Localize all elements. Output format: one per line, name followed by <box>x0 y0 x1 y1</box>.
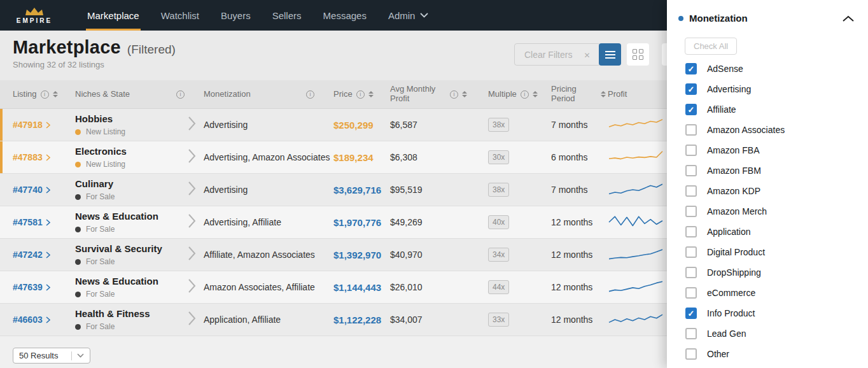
column-header-price[interactable]: Price <box>332 90 388 99</box>
grid-view-button[interactable] <box>627 43 649 66</box>
multiple-cell: 33x <box>484 313 546 327</box>
state-dot <box>75 129 81 135</box>
pricing-period-cell: 12 months <box>546 282 606 292</box>
avg-monthly-profit-cell: $34,007 <box>388 315 484 325</box>
avg-monthly-profit-cell: $95,519 <box>388 185 484 195</box>
info-icon[interactable] <box>306 90 314 99</box>
expand-row-chevron-icon[interactable] <box>188 148 196 166</box>
chevron-right-icon <box>46 251 50 258</box>
nav-item-buyers[interactable]: Buyers <box>210 0 262 31</box>
column-header-pricing-period[interactable]: Pricing Period <box>546 85 606 104</box>
table-row[interactable]: #47883ElectronicsNew ListingAdvertising,… <box>0 141 700 174</box>
filter-option: Amazon FBM <box>667 160 868 181</box>
info-icon[interactable] <box>176 90 185 99</box>
info-icon[interactable] <box>356 90 365 99</box>
sort-icon[interactable] <box>462 91 467 97</box>
listings-count: Showing 32 of 32 listings <box>13 60 104 69</box>
table-header: ListingNiches & StateMonetizationPriceAv… <box>0 80 700 109</box>
listing-id-link[interactable]: #47639 <box>0 282 64 292</box>
expand-row-chevron-icon[interactable] <box>188 311 196 329</box>
checkbox-affiliate[interactable] <box>685 104 697 115</box>
sort-icon[interactable] <box>53 91 58 97</box>
listing-id-link[interactable]: #47918 <box>0 120 64 130</box>
listing-id: #47639 <box>13 282 43 292</box>
listing-state: For Sale <box>75 257 181 266</box>
table-row[interactable]: #47740CulinaryFor SaleAdvertising$3,629,… <box>0 174 700 206</box>
sort-icon[interactable] <box>368 91 374 97</box>
sort-icon[interactable] <box>533 91 538 97</box>
listing-id-link[interactable]: #47883 <box>0 152 64 162</box>
checkbox-ecommerce[interactable] <box>685 287 697 299</box>
results-per-page-select[interactable]: 50 Results <box>13 348 90 364</box>
listing-id-link[interactable]: #47740 <box>0 185 64 195</box>
nav-item-messages[interactable]: Messages <box>312 0 377 31</box>
table-row[interactable]: #46603Health & FitnessFor SaleApplicatio… <box>0 304 700 336</box>
checkbox-amazon-fba[interactable] <box>685 145 697 156</box>
price-cell: $250,299 <box>332 120 388 131</box>
avg-monthly-profit-cell: $6,308 <box>388 152 484 162</box>
niche-name: Culinary <box>75 178 181 189</box>
expand-row-chevron-icon[interactable] <box>188 116 196 134</box>
checkbox-amazon-associates[interactable] <box>685 124 697 136</box>
checkbox-amazon-kdp[interactable] <box>685 185 697 197</box>
marketplace-app: EMPIRE MarketplaceWatchlistBuyersSellers… <box>0 0 868 368</box>
table-row[interactable]: #47581News & EducationFor SaleAdvertisin… <box>0 206 700 239</box>
niche-name: News & Education <box>75 211 181 222</box>
table-row[interactable]: #47639News & EducationFor SaleAmazon Ass… <box>0 271 700 304</box>
expand-row-chevron-icon[interactable] <box>188 213 196 231</box>
checkbox-other[interactable] <box>685 348 697 360</box>
sort-icon[interactable] <box>601 91 606 97</box>
monetization-cell: Advertising <box>202 185 332 195</box>
price-cell: $1,970,776 <box>332 217 388 228</box>
filter-option: Digital Product <box>667 242 868 262</box>
filter-option-label: AdSense <box>707 64 743 74</box>
state-label: For Sale <box>86 192 115 201</box>
table-row[interactable]: #47918HobbiesNew ListingAdvertising$250,… <box>0 109 700 141</box>
nav-item-admin[interactable]: Admin <box>377 0 440 31</box>
empire-flippers-logo[interactable]: EMPIRE <box>0 0 69 31</box>
checkbox-amazon-merch[interactable] <box>685 206 697 217</box>
expand-row-chevron-icon[interactable] <box>188 246 196 264</box>
column-header-multiple[interactable]: Multiple <box>484 90 546 99</box>
column-header-listing[interactable]: Listing <box>0 90 64 99</box>
state-dot <box>75 292 81 297</box>
checkbox-lead-gen[interactable] <box>685 328 697 339</box>
niche-cell: ElectronicsNew Listing <box>64 146 202 169</box>
checkbox-digital-product[interactable] <box>685 246 697 258</box>
title-row: Marketplace (Filtered) <box>13 37 176 58</box>
nav-item-sellers[interactable]: Sellers <box>262 0 312 31</box>
chevron-up-icon[interactable] <box>843 15 854 22</box>
nav-items: MarketplaceWatchlistBuyersSellersMessage… <box>76 0 439 31</box>
column-header-avg-monthly-profit[interactable]: Avg Monthly Profit <box>388 85 484 104</box>
table-row[interactable]: #47242Survival & SecurityFor SaleAffilia… <box>0 239 700 271</box>
filter-option-label: Application <box>707 227 751 237</box>
checkbox-info-product[interactable] <box>685 308 697 319</box>
checkbox-dropshipping[interactable] <box>685 267 697 278</box>
niche-name: News & Education <box>75 276 181 287</box>
checkbox-advertising[interactable] <box>685 83 697 95</box>
clear-filters-button[interactable]: Clear Filters <box>514 43 601 66</box>
info-icon[interactable] <box>41 90 49 99</box>
checkbox-application[interactable] <box>685 226 697 237</box>
expand-row-chevron-icon[interactable] <box>188 181 196 199</box>
expand-row-chevron-icon[interactable] <box>188 278 196 296</box>
filter-option: Lead Gen <box>667 323 868 344</box>
nav-item-watchlist[interactable]: Watchlist <box>150 0 210 31</box>
nav-item-marketplace[interactable]: Marketplace <box>76 0 150 31</box>
listing-id-link[interactable]: #47242 <box>0 250 64 260</box>
info-icon[interactable] <box>450 90 458 99</box>
listing-id-link[interactable]: #46603 <box>0 315 64 325</box>
nav-item-label: Admin <box>388 10 416 21</box>
checkbox-amazon-fbm[interactable] <box>685 165 697 176</box>
check-all-button[interactable]: Check All <box>685 38 737 55</box>
list-view-button[interactable] <box>599 43 621 66</box>
filter-option-label: Amazon FBM <box>707 166 761 176</box>
column-label: Listing <box>13 90 37 99</box>
listing-id-link[interactable]: #47581 <box>0 217 64 227</box>
column-label: Monetization <box>204 90 251 99</box>
crown-icon <box>23 7 46 17</box>
info-icon[interactable] <box>521 90 529 99</box>
filter-option-label: eCommerce <box>707 288 755 298</box>
checkbox-adsense[interactable] <box>685 63 697 74</box>
niche-name: Electronics <box>75 146 181 157</box>
